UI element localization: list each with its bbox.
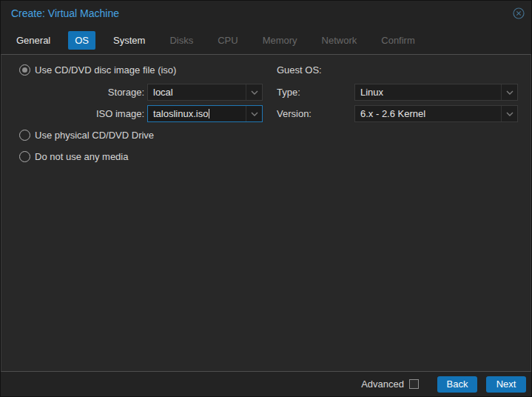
guest-os-heading: Guest OS: <box>277 64 322 76</box>
storage-select[interactable]: local <box>147 84 263 101</box>
wizard-tabbar: General OS System Disks CPU Memory Netwo… <box>1 26 531 54</box>
version-value: 6.x - 2.6 Kernel <box>355 108 501 119</box>
iso-image-label: ISO image: <box>19 105 144 122</box>
tab-os[interactable]: OS <box>68 31 95 50</box>
back-button[interactable]: Back <box>437 376 477 393</box>
chevron-down-icon[interactable] <box>246 106 262 121</box>
radio-use-iso[interactable]: Use CD/DVD disc image file (iso) <box>19 64 176 76</box>
close-icon[interactable] <box>512 7 525 20</box>
type-select[interactable]: Linux <box>354 84 518 101</box>
advanced-label: Advanced <box>361 378 404 390</box>
advanced-checkbox[interactable] <box>409 379 419 389</box>
type-label: Type: <box>277 84 300 101</box>
radio-no-media-label: Do not use any media <box>35 151 128 162</box>
chevron-down-icon[interactable] <box>501 84 517 100</box>
tab-system[interactable]: System <box>107 31 152 50</box>
tab-cpu: CPU <box>211 31 244 50</box>
tab-general[interactable]: General <box>10 31 57 50</box>
storage-value: local <box>148 87 246 98</box>
radio-physical-drive[interactable]: Use physical CD/DVD Drive <box>19 130 154 141</box>
type-value: Linux <box>355 87 501 98</box>
radio-no-media[interactable]: Do not use any media <box>19 151 128 162</box>
version-select[interactable]: 6.x - 2.6 Kernel <box>354 105 518 122</box>
tab-network: Network <box>315 31 364 50</box>
dialog-title: Create: Virtual Machine <box>11 7 119 19</box>
tab-disks: Disks <box>163 31 200 50</box>
radio-icon <box>19 64 30 76</box>
radio-physical-drive-label: Use physical CD/DVD Drive <box>35 130 154 141</box>
dialog-footer: Advanced Back Next <box>1 372 531 396</box>
version-label: Version: <box>277 105 312 122</box>
chevron-down-icon[interactable] <box>501 106 517 121</box>
radio-use-iso-label: Use CD/DVD disc image file (iso) <box>35 64 176 76</box>
os-tab-panel: Use CD/DVD disc image file (iso) Storage… <box>1 54 531 372</box>
storage-label: Storage: <box>19 84 144 101</box>
radio-icon <box>19 151 30 162</box>
text-caret <box>209 109 209 119</box>
next-button[interactable]: Next <box>486 376 526 393</box>
advanced-toggle[interactable]: Advanced <box>361 378 419 390</box>
iso-image-value: taloslinux.iso <box>148 108 246 119</box>
dialog-header: Create: Virtual Machine <box>1 1 531 26</box>
chevron-down-icon[interactable] <box>246 84 262 100</box>
radio-icon <box>19 130 30 141</box>
iso-image-input[interactable]: taloslinux.iso <box>147 105 263 122</box>
tab-confirm: Confirm <box>374 31 422 50</box>
tab-memory: Memory <box>256 31 304 50</box>
create-vm-dialog: Create: Virtual Machine General OS Syste… <box>0 0 532 397</box>
